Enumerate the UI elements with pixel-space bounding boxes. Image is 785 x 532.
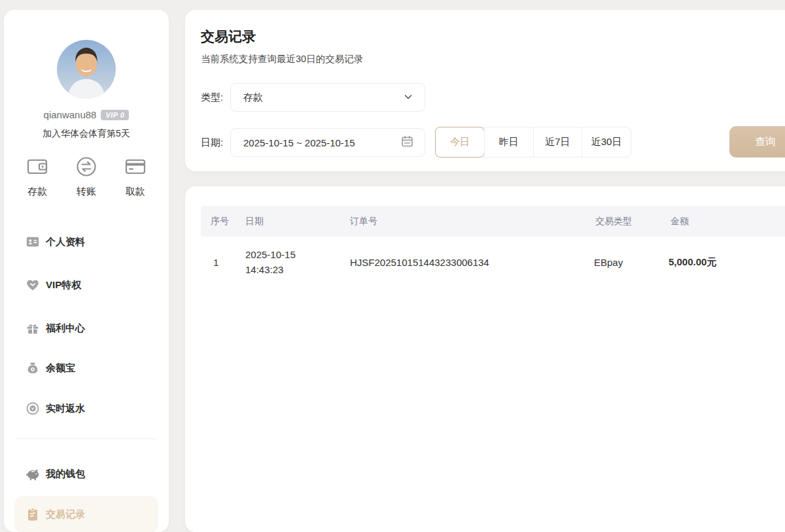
row-order-no: HJSF202510151443233006134 bbox=[350, 257, 489, 268]
row-amount: 5,000.00元 bbox=[669, 256, 716, 269]
transfer-icon bbox=[75, 155, 98, 181]
quick-action-label: 转账 bbox=[77, 186, 96, 198]
type-filter-label: 类型: bbox=[201, 83, 223, 112]
wallet-icon bbox=[26, 155, 49, 181]
row-datetime: 2025-10-15 14:43:23 bbox=[245, 248, 296, 277]
quick-actions: 存款 转账 取款 bbox=[13, 155, 160, 198]
transactions-filter-panel: 交易记录 当前系统支持查询最近30日的交易记录 类型: 存款 日期: 2025-… bbox=[185, 10, 785, 171]
rebate-coin-icon bbox=[25, 401, 41, 416]
transactions-table-panel: 序号 日期 订单号 交易类型 金额 1 2025-10-15 14:43:23 … bbox=[185, 186, 785, 532]
bank-card-icon bbox=[124, 155, 147, 181]
account-sidebar: qianwanu88 VIP 0 加入华体会体育第5天 存款 bbox=[4, 10, 169, 532]
sidebar-item-wallet[interactable]: 我的钱包 bbox=[4, 464, 169, 484]
sidebar-item-label: 我的钱包 bbox=[46, 468, 85, 480]
sidebar-item-profile[interactable]: 个人资料 bbox=[4, 232, 169, 252]
chevron-down-icon bbox=[402, 91, 414, 105]
vip-badge: VIP 0 bbox=[101, 110, 129, 120]
username: qianwanu88 bbox=[44, 109, 97, 120]
table-header-type: 交易类型 bbox=[595, 206, 632, 237]
table-header-amount: 金额 bbox=[671, 206, 689, 237]
sidebar-item-label: 福利中心 bbox=[46, 322, 85, 335]
sidebar-item-welfare[interactable]: 福利中心 bbox=[4, 318, 169, 338]
range-yesterday-button[interactable]: 昨日 bbox=[484, 127, 533, 157]
date-range-input[interactable]: 2025-10-15 ~ 2025-10-15 bbox=[230, 128, 425, 157]
sidebar-item-vip[interactable]: VIP特权 bbox=[4, 275, 169, 295]
transfer-quick-action[interactable]: 转账 bbox=[65, 155, 107, 198]
quick-action-label: 取款 bbox=[126, 186, 145, 198]
deposit-quick-action[interactable]: 存款 bbox=[16, 155, 58, 198]
range-7days-button[interactable]: 近7日 bbox=[533, 127, 582, 157]
money-bag-icon bbox=[25, 360, 41, 376]
gift-icon bbox=[25, 320, 41, 336]
sidebar-divider bbox=[16, 439, 157, 439]
sidebar-item-label: 实时返水 bbox=[46, 403, 85, 415]
query-button[interactable]: 查询 bbox=[729, 126, 785, 158]
table-header-row: 序号 日期 订单号 交易类型 金额 bbox=[201, 206, 785, 237]
piggy-bank-icon bbox=[25, 466, 41, 482]
quick-action-label: 存款 bbox=[27, 186, 47, 198]
table-header-order: 订单号 bbox=[350, 206, 377, 237]
withdraw-quick-action[interactable]: 取款 bbox=[114, 155, 156, 198]
calendar-icon bbox=[400, 135, 414, 150]
sidebar-item-label: 余额宝 bbox=[46, 362, 75, 374]
page-title: 交易记录 bbox=[201, 27, 256, 46]
sidebar-item-label: 交易记录 bbox=[46, 508, 85, 521]
receipt-icon bbox=[25, 507, 41, 522]
page-subtitle: 当前系统支持查询最近30日的交易记录 bbox=[201, 53, 363, 65]
type-select[interactable]: 存款 bbox=[230, 83, 425, 112]
sidebar-item-label: VIP特权 bbox=[46, 279, 81, 291]
sidebar-item-transactions[interactable]: 交易记录 bbox=[14, 496, 158, 532]
table-header-date: 日期 bbox=[245, 206, 264, 237]
sidebar-item-label: 个人资料 bbox=[46, 236, 85, 248]
row-type: EBpay bbox=[594, 257, 623, 268]
sidebar-item-rebate[interactable]: 实时返水 bbox=[4, 399, 169, 418]
date-range-value: 2025-10-15 ~ 2025-10-15 bbox=[243, 137, 400, 148]
date-range-presets: 今日 昨日 近7日 近30日 bbox=[435, 127, 631, 158]
vip-heart-icon bbox=[25, 277, 41, 293]
row-date: 2025-10-15 bbox=[245, 248, 296, 263]
range-30days-button[interactable]: 近30日 bbox=[582, 127, 631, 157]
id-card-icon bbox=[25, 234, 41, 250]
table-row: 1 2025-10-15 14:43:23 HJSF20251015144323… bbox=[201, 237, 785, 288]
row-index: 1 bbox=[213, 257, 218, 268]
sidebar-item-yuebao[interactable]: 余额宝 bbox=[4, 358, 169, 378]
avatar-photo bbox=[57, 40, 116, 99]
join-days-text: 加入华体会体育第5天 bbox=[4, 128, 169, 140]
date-filter-label: 日期: bbox=[201, 128, 223, 157]
range-today-button[interactable]: 今日 bbox=[436, 127, 484, 157]
row-time: 14:43:23 bbox=[245, 262, 296, 277]
table-header-index: 序号 bbox=[211, 206, 229, 237]
type-select-value: 存款 bbox=[243, 91, 402, 104]
avatar bbox=[57, 40, 116, 99]
